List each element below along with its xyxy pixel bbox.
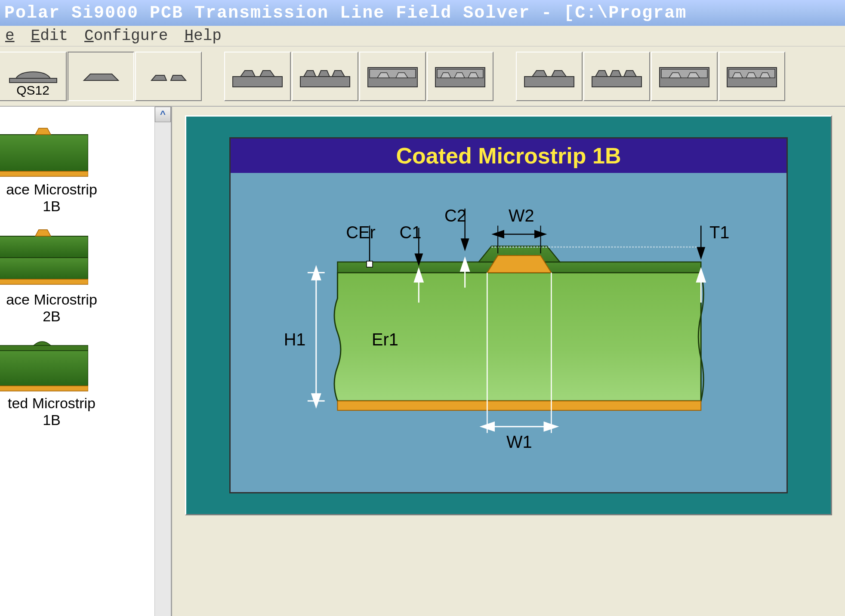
diagram-title: Coated Microstrip 1B — [231, 139, 786, 173]
coplanar-multi-icon — [296, 61, 354, 91]
sidebar-scrollbar[interactable]: ^ — [154, 107, 171, 616]
label-h1: H1 — [284, 330, 306, 349]
coated-microstrip-1b-icon — [0, 333, 88, 391]
label-cer: CEr — [346, 223, 375, 242]
svg-rect-21 — [337, 401, 701, 410]
svg-rect-4 — [370, 69, 416, 78]
toolbar-coplanar-multi-button-2[interactable] — [583, 52, 650, 101]
label-w2: W2 — [509, 206, 534, 225]
microstrip-diff-pair-icon — [141, 63, 197, 89]
toolbar-coplanar-button-2[interactable] — [516, 52, 583, 101]
sidebar-item-label: ace Microstrip2B — [0, 291, 108, 325]
svg-rect-2 — [300, 77, 350, 87]
toolbar-single-wide-button[interactable] — [68, 52, 134, 101]
toolbar-coplanar-button[interactable] — [224, 52, 291, 101]
main-panel: Coated Microstrip 1B — [172, 107, 845, 616]
embedded-multi-icon — [431, 61, 489, 91]
diagram-frame: Coated Microstrip 1B — [185, 115, 832, 515]
coplanar-icon — [520, 61, 578, 91]
label-c1: C1 — [400, 223, 422, 242]
file-menu-fragment[interactable]: e — [3, 26, 16, 46]
toolbar-qs12-button[interactable]: QS12 — [0, 52, 67, 101]
label-c2: C2 — [444, 206, 466, 225]
svg-rect-28 — [367, 261, 373, 267]
help-menu[interactable]: Help — [182, 26, 223, 46]
body-area: ace Microstrip1B ace Microstrip2B — [0, 107, 845, 616]
svg-rect-16 — [0, 258, 88, 279]
svg-rect-0 — [9, 78, 57, 83]
toolbar-embedded-button-2[interactable] — [651, 52, 718, 101]
svg-rect-8 — [592, 77, 641, 87]
toolbar-diff-pair-button[interactable] — [135, 52, 202, 101]
svg-rect-18 — [0, 351, 88, 386]
surface-microstrip-1b-icon — [0, 120, 88, 178]
surface-microstrip-2b-icon — [0, 223, 88, 288]
svg-rect-19 — [0, 386, 88, 391]
diagram-canvas: Coated Microstrip 1B — [229, 137, 788, 493]
toolbar-embedded-button[interactable] — [359, 52, 426, 101]
svg-rect-20 — [0, 345, 88, 351]
configure-menu[interactable]: Configure — [83, 26, 170, 46]
sidebar-item-surface-microstrip-2b[interactable]: ace Microstrip2B — [0, 219, 171, 329]
svg-rect-1 — [233, 77, 282, 87]
edit-menu[interactable]: Edit — [29, 26, 70, 46]
svg-rect-17 — [0, 279, 88, 284]
sidebar-item-coated-microstrip-1b[interactable]: ted Microstrip1B — [0, 329, 171, 433]
diagram: H1 Er1 CEr C1 C2 — [231, 173, 786, 492]
toolbar-qs12-label: QS12 — [16, 83, 49, 98]
coplanar-multi-icon — [588, 61, 646, 91]
svg-rect-13 — [0, 135, 88, 171]
label-t1: T1 — [709, 223, 729, 242]
sidebar-item-label: ted Microstrip1B — [0, 395, 108, 428]
toolbar: QS12 — [0, 46, 845, 107]
toolbar-embedded-multi-button-2[interactable] — [719, 52, 785, 101]
svg-rect-15 — [0, 236, 88, 258]
titlebar: Polar Si9000 PCB Transmission Line Field… — [0, 0, 845, 26]
embedded-icon — [655, 61, 713, 91]
coplanar-icon — [228, 61, 287, 91]
svg-rect-14 — [0, 171, 88, 176]
label-w1: W1 — [506, 432, 532, 451]
window-title: Polar Si9000 PCB Transmission Line Field… — [4, 3, 687, 23]
sidebar-item-surface-microstrip-1b[interactable]: ace Microstrip1B — [0, 115, 171, 219]
scroll-up-icon[interactable]: ^ — [155, 107, 171, 122]
sidebar-item-label: ace Microstrip1B — [0, 181, 108, 215]
menubar: e Edit Configure Help — [0, 26, 845, 46]
toolbar-embedded-multi-button[interactable] — [427, 52, 493, 101]
toolbar-coplanar-multi-button[interactable] — [292, 52, 358, 101]
sidebar-list: ace Microstrip1B ace Microstrip2B — [0, 107, 171, 616]
sidebar: ace Microstrip1B ace Microstrip2B — [0, 107, 172, 616]
diagram-svg: H1 Er1 CEr C1 C2 — [231, 173, 786, 492]
svg-rect-7 — [524, 77, 574, 87]
label-er1: Er1 — [372, 330, 398, 349]
svg-rect-10 — [661, 69, 707, 78]
embedded-icon — [364, 61, 422, 91]
microstrip-single-wide-icon — [73, 63, 129, 89]
embedded-multi-icon — [723, 61, 781, 91]
